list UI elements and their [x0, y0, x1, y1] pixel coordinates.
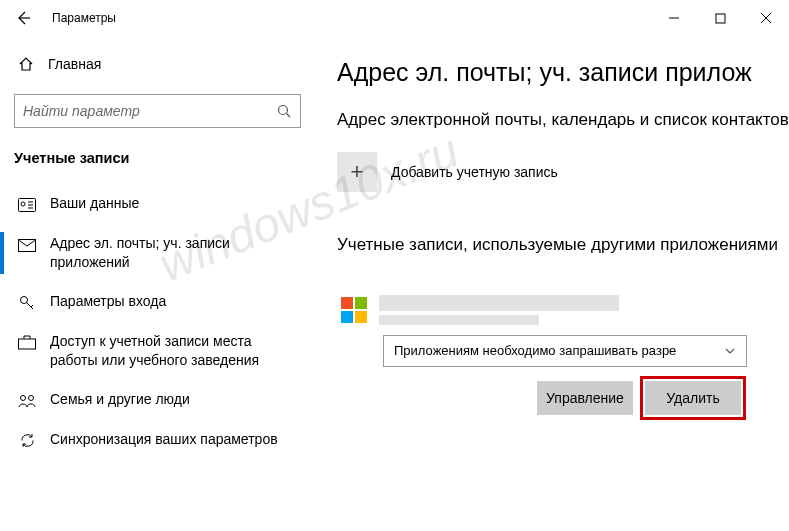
sidebar-item-label: Параметры входа [50, 292, 166, 311]
sidebar-item-label: Семья и другие люди [50, 390, 190, 409]
add-account-row[interactable]: + Добавить учетную запись [337, 152, 789, 192]
svg-point-17 [29, 395, 34, 400]
section-header: Учетные записи [14, 150, 301, 184]
svg-point-16 [21, 395, 26, 400]
sync-icon [18, 432, 36, 450]
sidebar-item-email-accounts[interactable]: Адрес эл. почты; уч. записи приложений [14, 224, 301, 282]
manage-button-label: Управление [546, 390, 624, 406]
page-title: Адрес эл. почты; уч. записи прилож [337, 58, 789, 87]
svg-line-14 [31, 305, 33, 307]
key-icon [18, 294, 36, 312]
minimize-button[interactable] [651, 0, 697, 36]
account-redacted-name [379, 295, 747, 325]
sidebar-item-signin-options[interactable]: Параметры входа [14, 282, 301, 322]
delete-button[interactable]: Удалить [645, 381, 741, 415]
svg-line-5 [287, 114, 291, 118]
home-label: Главная [48, 56, 101, 72]
plus-icon: + [337, 152, 377, 192]
close-button[interactable] [743, 0, 789, 36]
sidebar-item-label: Ваши данные [50, 194, 139, 213]
person-card-icon [18, 196, 36, 214]
delete-button-label: Удалить [666, 390, 719, 406]
account-block: Приложениям необходимо запрашивать разре… [337, 277, 757, 415]
window-title: Параметры [46, 11, 116, 25]
home-nav[interactable]: Главная [14, 44, 301, 84]
account-permission-dropdown[interactable]: Приложениям необходимо запрашивать разре [383, 335, 747, 367]
microsoft-logo-icon [341, 297, 367, 323]
home-icon [18, 56, 34, 72]
svg-point-4 [279, 106, 288, 115]
mail-icon [18, 236, 36, 254]
sidebar-item-label: Доступ к учетной записи места работы или… [50, 332, 297, 370]
sidebar-item-label: Синхронизация ваших параметров [50, 430, 278, 449]
sidebar-item-label: Адрес эл. почты; уч. записи приложений [50, 234, 297, 272]
add-account-label: Добавить учетную запись [391, 164, 558, 180]
back-button[interactable] [0, 0, 46, 36]
svg-rect-1 [716, 14, 725, 23]
dropdown-value: Приложениям необходимо запрашивать разре [394, 343, 676, 358]
svg-point-7 [21, 202, 25, 206]
briefcase-icon [18, 334, 36, 352]
search-icon [276, 103, 292, 119]
search-placeholder: Найти параметр [23, 103, 276, 119]
maximize-button[interactable] [697, 0, 743, 36]
sidebar-item-your-info[interactable]: Ваши данные [14, 184, 301, 224]
manage-button[interactable]: Управление [537, 381, 633, 415]
section-heading-email: Адрес электронной почты, календарь и спи… [337, 109, 789, 132]
sidebar-item-sync[interactable]: Синхронизация ваших параметров [14, 420, 301, 460]
search-input[interactable]: Найти параметр [14, 94, 301, 128]
people-icon [18, 392, 36, 410]
sidebar-item-work-access[interactable]: Доступ к учетной записи места работы или… [14, 322, 301, 380]
svg-point-12 [21, 296, 28, 303]
sidebar-item-family[interactable]: Семья и другие люди [14, 380, 301, 420]
section-heading-other-apps: Учетные записи, используемые другими при… [337, 234, 789, 257]
chevron-down-icon [724, 345, 736, 357]
svg-rect-15 [19, 339, 36, 349]
